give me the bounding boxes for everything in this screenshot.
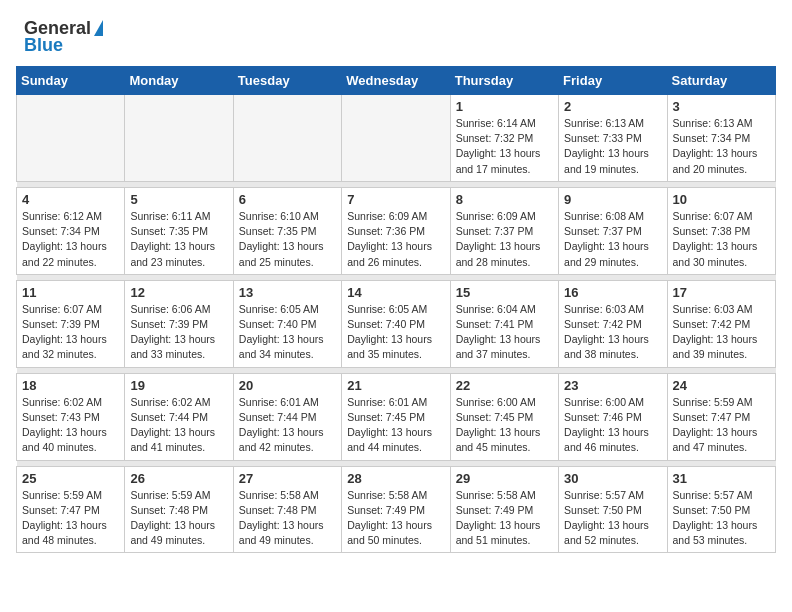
calendar-body: 1Sunrise: 6:14 AMSunset: 7:32 PMDaylight… [17,95,776,553]
day-number: 13 [239,285,336,300]
page-header: General Blue [0,0,792,66]
day-detail: Sunrise: 6:03 AMSunset: 7:42 PMDaylight:… [673,302,770,363]
day-detail: Sunrise: 5:59 AMSunset: 7:48 PMDaylight:… [130,488,227,549]
logo: General Blue [24,18,103,56]
calendar-table: SundayMondayTuesdayWednesdayThursdayFrid… [16,66,776,553]
day-number: 7 [347,192,444,207]
day-number: 12 [130,285,227,300]
day-detail: Sunrise: 5:58 AMSunset: 7:49 PMDaylight:… [456,488,553,549]
day-number: 11 [22,285,119,300]
week-row-1: 1Sunrise: 6:14 AMSunset: 7:32 PMDaylight… [17,95,776,182]
calendar-cell: 6Sunrise: 6:10 AMSunset: 7:35 PMDaylight… [233,187,341,274]
calendar-cell [342,95,450,182]
calendar-cell: 8Sunrise: 6:09 AMSunset: 7:37 PMDaylight… [450,187,558,274]
calendar-cell: 28Sunrise: 5:58 AMSunset: 7:49 PMDayligh… [342,466,450,553]
week-row-3: 11Sunrise: 6:07 AMSunset: 7:39 PMDayligh… [17,280,776,367]
weekday-header-sunday: Sunday [17,67,125,95]
day-number: 14 [347,285,444,300]
calendar-cell: 22Sunrise: 6:00 AMSunset: 7:45 PMDayligh… [450,373,558,460]
calendar-cell: 25Sunrise: 5:59 AMSunset: 7:47 PMDayligh… [17,466,125,553]
calendar-cell [125,95,233,182]
day-number: 29 [456,471,553,486]
calendar-cell: 29Sunrise: 5:58 AMSunset: 7:49 PMDayligh… [450,466,558,553]
day-number: 26 [130,471,227,486]
weekday-header-thursday: Thursday [450,67,558,95]
day-detail: Sunrise: 6:08 AMSunset: 7:37 PMDaylight:… [564,209,661,270]
calendar-cell: 14Sunrise: 6:05 AMSunset: 7:40 PMDayligh… [342,280,450,367]
calendar-cell: 15Sunrise: 6:04 AMSunset: 7:41 PMDayligh… [450,280,558,367]
week-row-4: 18Sunrise: 6:02 AMSunset: 7:43 PMDayligh… [17,373,776,460]
day-number: 22 [456,378,553,393]
day-detail: Sunrise: 6:10 AMSunset: 7:35 PMDaylight:… [239,209,336,270]
calendar-cell [17,95,125,182]
calendar-cell: 31Sunrise: 5:57 AMSunset: 7:50 PMDayligh… [667,466,775,553]
calendar-cell: 12Sunrise: 6:06 AMSunset: 7:39 PMDayligh… [125,280,233,367]
logo-triangle-icon [94,20,103,36]
calendar-cell: 11Sunrise: 6:07 AMSunset: 7:39 PMDayligh… [17,280,125,367]
day-number: 17 [673,285,770,300]
calendar-cell: 27Sunrise: 5:58 AMSunset: 7:48 PMDayligh… [233,466,341,553]
calendar-cell: 17Sunrise: 6:03 AMSunset: 7:42 PMDayligh… [667,280,775,367]
calendar-cell [233,95,341,182]
day-number: 4 [22,192,119,207]
calendar-cell: 5Sunrise: 6:11 AMSunset: 7:35 PMDaylight… [125,187,233,274]
day-detail: Sunrise: 6:06 AMSunset: 7:39 PMDaylight:… [130,302,227,363]
calendar-cell: 18Sunrise: 6:02 AMSunset: 7:43 PMDayligh… [17,373,125,460]
day-number: 8 [456,192,553,207]
day-number: 31 [673,471,770,486]
day-detail: Sunrise: 6:05 AMSunset: 7:40 PMDaylight:… [239,302,336,363]
calendar-cell: 30Sunrise: 5:57 AMSunset: 7:50 PMDayligh… [559,466,667,553]
calendar-cell: 2Sunrise: 6:13 AMSunset: 7:33 PMDaylight… [559,95,667,182]
day-number: 1 [456,99,553,114]
day-detail: Sunrise: 6:13 AMSunset: 7:33 PMDaylight:… [564,116,661,177]
calendar-cell: 7Sunrise: 6:09 AMSunset: 7:36 PMDaylight… [342,187,450,274]
day-detail: Sunrise: 5:59 AMSunset: 7:47 PMDaylight:… [22,488,119,549]
day-number: 10 [673,192,770,207]
day-number: 6 [239,192,336,207]
day-detail: Sunrise: 5:58 AMSunset: 7:49 PMDaylight:… [347,488,444,549]
calendar-cell: 19Sunrise: 6:02 AMSunset: 7:44 PMDayligh… [125,373,233,460]
day-number: 30 [564,471,661,486]
week-row-5: 25Sunrise: 5:59 AMSunset: 7:47 PMDayligh… [17,466,776,553]
calendar-cell: 20Sunrise: 6:01 AMSunset: 7:44 PMDayligh… [233,373,341,460]
calendar-cell: 21Sunrise: 6:01 AMSunset: 7:45 PMDayligh… [342,373,450,460]
day-number: 15 [456,285,553,300]
day-detail: Sunrise: 6:01 AMSunset: 7:44 PMDaylight:… [239,395,336,456]
week-row-2: 4Sunrise: 6:12 AMSunset: 7:34 PMDaylight… [17,187,776,274]
day-number: 9 [564,192,661,207]
day-detail: Sunrise: 6:00 AMSunset: 7:46 PMDaylight:… [564,395,661,456]
day-number: 3 [673,99,770,114]
day-number: 19 [130,378,227,393]
day-detail: Sunrise: 5:59 AMSunset: 7:47 PMDaylight:… [673,395,770,456]
day-number: 21 [347,378,444,393]
day-detail: Sunrise: 6:02 AMSunset: 7:44 PMDaylight:… [130,395,227,456]
weekday-header-saturday: Saturday [667,67,775,95]
day-detail: Sunrise: 6:09 AMSunset: 7:36 PMDaylight:… [347,209,444,270]
calendar-cell: 10Sunrise: 6:07 AMSunset: 7:38 PMDayligh… [667,187,775,274]
day-detail: Sunrise: 6:09 AMSunset: 7:37 PMDaylight:… [456,209,553,270]
calendar-header: SundayMondayTuesdayWednesdayThursdayFrid… [17,67,776,95]
day-number: 25 [22,471,119,486]
calendar-cell: 13Sunrise: 6:05 AMSunset: 7:40 PMDayligh… [233,280,341,367]
calendar-cell: 1Sunrise: 6:14 AMSunset: 7:32 PMDaylight… [450,95,558,182]
day-number: 28 [347,471,444,486]
day-detail: Sunrise: 6:14 AMSunset: 7:32 PMDaylight:… [456,116,553,177]
weekday-row: SundayMondayTuesdayWednesdayThursdayFrid… [17,67,776,95]
weekday-header-monday: Monday [125,67,233,95]
day-detail: Sunrise: 5:58 AMSunset: 7:48 PMDaylight:… [239,488,336,549]
weekday-header-wednesday: Wednesday [342,67,450,95]
calendar-cell: 26Sunrise: 5:59 AMSunset: 7:48 PMDayligh… [125,466,233,553]
day-detail: Sunrise: 6:07 AMSunset: 7:39 PMDaylight:… [22,302,119,363]
day-detail: Sunrise: 6:13 AMSunset: 7:34 PMDaylight:… [673,116,770,177]
calendar-cell: 9Sunrise: 6:08 AMSunset: 7:37 PMDaylight… [559,187,667,274]
day-number: 18 [22,378,119,393]
calendar-cell: 24Sunrise: 5:59 AMSunset: 7:47 PMDayligh… [667,373,775,460]
day-detail: Sunrise: 5:57 AMSunset: 7:50 PMDaylight:… [564,488,661,549]
day-detail: Sunrise: 5:57 AMSunset: 7:50 PMDaylight:… [673,488,770,549]
day-number: 2 [564,99,661,114]
day-detail: Sunrise: 6:02 AMSunset: 7:43 PMDaylight:… [22,395,119,456]
day-detail: Sunrise: 6:05 AMSunset: 7:40 PMDaylight:… [347,302,444,363]
calendar-cell: 23Sunrise: 6:00 AMSunset: 7:46 PMDayligh… [559,373,667,460]
calendar-cell: 16Sunrise: 6:03 AMSunset: 7:42 PMDayligh… [559,280,667,367]
day-detail: Sunrise: 6:04 AMSunset: 7:41 PMDaylight:… [456,302,553,363]
